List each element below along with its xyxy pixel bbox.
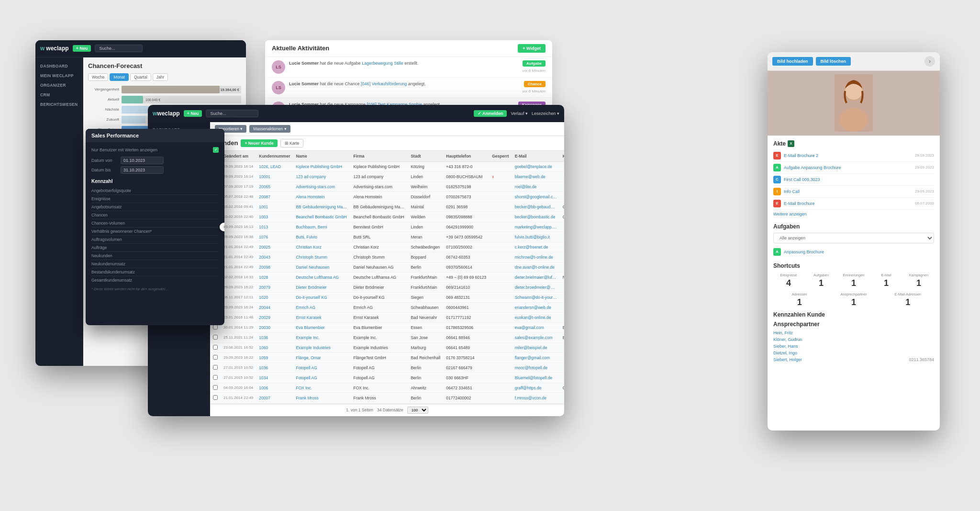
table-row[interactable]: 30.01.2014 11:29 20030 Eva Blumenbier Ev…: [210, 322, 564, 332]
shortcut-ansprechpartner[interactable]: Ansprechpartner 1: [827, 292, 880, 307]
akte-name-4[interactable]: Info Call: [784, 189, 912, 194]
table-row[interactable]: 21.01.2014 22:49 20007 Frank Mross Frank…: [210, 393, 564, 403]
row-checkbox[interactable]: [213, 335, 218, 340]
btn-bild-hochladen[interactable]: Bild hochladen: [772, 57, 813, 66]
cell-name[interactable]: Do-it-yourself KG: [293, 292, 350, 302]
cell-name[interactable]: Beanchell Bombastic GmbH: [293, 212, 350, 222]
table-row[interactable]: 03.02.2016 22:40 1003 Beanchell Bombasti…: [210, 212, 564, 222]
tab-quartal[interactable]: Quartal: [130, 73, 151, 81]
ansprech-name-5[interactable]: Siebert, Holger: [773, 357, 802, 362]
nav-item-berichte[interactable]: BERICHTSWESEN: [35, 100, 83, 109]
aufgaben-dropdown[interactable]: Alle anzeigen: [773, 233, 934, 243]
cell-name[interactable]: Christoph Stumm: [293, 252, 350, 262]
table-row[interactable]: 27.01.2015 10:52 1036 Fotopell AG Fotope…: [210, 363, 564, 373]
akte-name-5[interactable]: E-Mail Brochure: [784, 201, 912, 206]
cell-name[interactable]: Christian Korz: [293, 242, 350, 252]
cell-name[interactable]: Buchbaum, Berni: [293, 222, 350, 232]
datum-von-input[interactable]: 01.10.2023: [121, 157, 164, 164]
cell-name[interactable]: Eva Blumenbier: [293, 322, 350, 332]
table-row[interactable]: 21.01.2014 22:49 20025 Christian Korz Ch…: [210, 242, 564, 252]
row-checkbox[interactable]: [213, 395, 218, 400]
table-row[interactable]: 29.09.2023 16:24 20044 Emrich AG Emrich …: [210, 302, 564, 312]
btn-new-s2[interactable]: + Neu: [184, 110, 202, 117]
btn-verlauf-s2[interactable]: Verlauf ▾: [511, 111, 528, 116]
cell-name[interactable]: Advertising-stars.com: [293, 182, 350, 192]
row-checkbox[interactable]: [213, 375, 218, 380]
cell-name[interactable]: Fotopell AG: [293, 373, 350, 383]
tab-monat[interactable]: Monat: [110, 73, 129, 81]
tab-woche[interactable]: Woche: [88, 73, 108, 81]
btn-new-s1[interactable]: + Neu: [73, 45, 91, 52]
table-row[interactable]: 25.11.2021 11:24 1036 Example Inc. Examp…: [210, 332, 564, 342]
nav-item-crm[interactable]: CRM: [35, 90, 83, 100]
cell-name[interactable]: Example Industries: [293, 342, 350, 352]
shortcut-adressen[interactable]: Adressen 1: [773, 292, 825, 307]
shortcut-ereignisse[interactable]: Ereignisse 4: [773, 273, 804, 288]
aufgabe-name-a[interactable]: Anpassung Brochure: [784, 250, 934, 254]
cell-name[interactable]: Frank Mross: [293, 393, 350, 403]
btn-massenaktion[interactable]: Massenaktionen ▾: [249, 125, 290, 133]
cell-name[interactable]: FOX Inc.: [293, 383, 350, 393]
ansprech-item-4[interactable]: Dietzel, Ingo: [773, 350, 934, 356]
shortcut-aufgaben[interactable]: Aufgaben 1: [806, 273, 836, 288]
table-row[interactable]: 21.01.2014 22:49 20098 Daniel Neuhausen …: [210, 262, 564, 272]
row-checkbox[interactable]: [213, 325, 218, 329]
table-row[interactable]: 21.01.2014 22:49 20043 Christoph Stumm C…: [210, 252, 564, 262]
btn-anmelden-s2[interactable]: ✓ Anmelden: [474, 110, 507, 117]
cell-name[interactable]: BB Gebäudereinigung Maintal: [293, 202, 350, 212]
row-checkbox[interactable]: [213, 355, 218, 360]
shortcut-erinnerungen[interactable]: Erinnerungen 1: [838, 273, 869, 288]
cell-name[interactable]: Fotopell AG: [293, 363, 350, 373]
table-row[interactable]: 05.07.2018 22:48 20087 Alena Homstein Al…: [210, 192, 564, 202]
table-row[interactable]: 23.06.2021 16:52 1060 Example Industries…: [210, 342, 564, 352]
tab-jahr[interactable]: Jahr: [153, 73, 168, 81]
cell-name[interactable]: Emrich AG: [293, 302, 350, 312]
table-row[interactable]: 07.09.2020 17:19 20065 Advertising-stars…: [210, 182, 564, 192]
btn-karte[interactable]: ⊞ Karte: [280, 139, 304, 148]
nav-item-dashboard[interactable]: DASHBOARD: [35, 61, 83, 71]
table-row[interactable]: 29.09.2023 16:22 1059 Flänge, Omar Fläng…: [210, 352, 564, 363]
cell-name[interactable]: Kiplece Publishing GmbH: [293, 161, 350, 171]
cell-name[interactable]: Daniel Neuhausen: [293, 262, 350, 272]
cell-name[interactable]: Alena Homstein: [293, 192, 350, 202]
cell-name[interactable]: Butti, Fulvio: [293, 232, 350, 242]
table-row[interactable]: 27.01.2015 10:52 1034 Fotopell AG Fotope…: [210, 373, 564, 383]
sales-checkbox[interactable]: ✓: [213, 147, 219, 153]
shortcut-email-adressen[interactable]: E-Mail-Adressen 1: [882, 292, 934, 307]
cell-name[interactable]: Dieter Brödmeier: [293, 282, 350, 292]
nav-item-mein[interactable]: MEIN WECLAPP: [35, 71, 83, 80]
cell-name[interactable]: Example Inc.: [293, 332, 350, 342]
datum-bis-input[interactable]: 31.10.2023: [121, 166, 164, 174]
btn-lesezeichen-s2[interactable]: Lesezeichen ▾: [532, 111, 559, 116]
btn-widget[interactable]: + Widget: [518, 44, 546, 53]
table-row[interactable]: 29.09.2023 16:13 1013 Buchbaum, Berni Be…: [210, 222, 564, 232]
btn-neuer-kunde[interactable]: + Neuer Kunde: [241, 139, 277, 147]
cell-name[interactable]: 123 ad company: [293, 171, 350, 182]
table-row[interactable]: 06.11.2017 12:11 1020 Do-it-yourself KG …: [210, 292, 564, 302]
akte-name-1[interactable]: E-Mail Brochure 2: [784, 153, 912, 158]
akte-name-2[interactable]: Aufgabe Anpassung Brochure: [784, 165, 912, 170]
table-row[interactable]: 02.02.2018 14:33 1028 Deutsche Lufthansa…: [210, 272, 564, 282]
table-row[interactable]: 23.01.2016 11:48 20029 Ernst Karasek Ern…: [210, 312, 564, 322]
row-checkbox[interactable]: [213, 365, 218, 370]
cell-name[interactable]: Flänge, Omar: [293, 352, 350, 363]
shortcut-kampagnen[interactable]: Kampagnen 1: [903, 273, 934, 288]
table-row[interactable]: 03.02.2016 09:41 1001 BB Gebäudereinigun…: [210, 202, 564, 212]
shortcut-email[interactable]: E-Mail 1: [871, 273, 902, 288]
cell-name[interactable]: Ernst Karasek: [293, 312, 350, 322]
row-checkbox[interactable]: [213, 345, 218, 350]
search-input-s1[interactable]: Suche...: [95, 45, 143, 52]
nav-item-organizer[interactable]: ORGANIZER: [35, 80, 83, 90]
ansprech-item-1[interactable]: Hein, Fritz: [773, 329, 934, 336]
ansprech-item-3[interactable]: Sieber, Hans: [773, 343, 934, 350]
per-page-select[interactable]: 100: [407, 407, 428, 414]
cell-name[interactable]: Deutsche Lufthansa AG: [293, 272, 350, 282]
table-row[interactable]: 29.09.2023 16:14 1026, LEAD Kiplece Publ…: [210, 161, 564, 171]
weitere-anzeigen-link[interactable]: Weitere anzeigen: [773, 210, 934, 218]
btn-bild-loschen[interactable]: Bild löschen: [816, 57, 851, 66]
table-row[interactable]: 29.09.2023 16:14 10001 123 ad company 12…: [210, 171, 564, 182]
ansprech-item-2[interactable]: Klöner, Gudrun: [773, 336, 934, 343]
akte-name-3[interactable]: First Call 009.3023: [784, 177, 931, 182]
row-checkbox[interactable]: [213, 385, 218, 390]
table-row[interactable]: 04.09.2020 16:04 1006 FOX Inc. FOX Inc. …: [210, 383, 564, 393]
